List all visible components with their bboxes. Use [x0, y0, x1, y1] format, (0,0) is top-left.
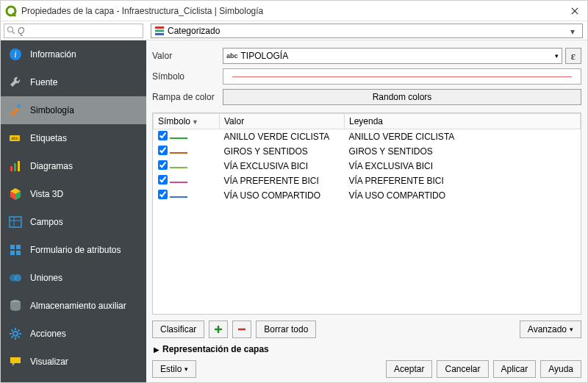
row-visibility-checkbox[interactable]	[158, 190, 168, 199]
sidebar-item-etiquetas[interactable]: abc Etiquetas	[1, 124, 146, 152]
ramp-label: Rampa de color	[152, 92, 223, 102]
sidebar-item-informacion[interactable]: i Información	[1, 40, 146, 68]
sidebar-item-diagramas[interactable]: Diagramas	[1, 152, 146, 180]
table-row[interactable]: GIROS Y SENTIDOSGIROS Y SENTIDOS	[154, 144, 581, 159]
value-label: Valor	[152, 51, 223, 61]
sidebar-item-visualizar[interactable]: Visualizar	[1, 348, 146, 376]
svg-point-21	[14, 274, 21, 282]
sidebar-item-label: Diagramas	[30, 161, 73, 171]
categories-table: Símbolo▼ Valor Leyenda ANILLO VERDE CICL…	[153, 113, 581, 203]
sidebar-item-almacenamiento[interactable]: Almacenamiento auxiliar	[1, 292, 146, 320]
close-button[interactable]	[567, 3, 583, 19]
sidebar-item-label: Fuente	[30, 77, 57, 87]
table-row[interactable]: VÍA EXCLUSIVA BICIVÍA EXCLUSIVA BICI	[154, 159, 581, 173]
svg-rect-13	[10, 217, 21, 227]
col-symbol[interactable]: Símbolo▼	[154, 114, 220, 129]
layer-rendering-label: Representación de capas	[162, 344, 269, 354]
sidebar-item-label: Formulario de atributos	[30, 245, 121, 255]
sidebar-item-uniones[interactable]: Uniones	[1, 264, 146, 292]
form-icon	[8, 243, 23, 257]
sidebar-item-vista3d[interactable]: Vista 3D	[1, 180, 146, 208]
apply-button[interactable]: Aplicar	[493, 360, 537, 378]
sidebar: i Información Fuente Simbología abc Etiq…	[1, 40, 146, 383]
sidebar-item-campos[interactable]: Campos	[1, 208, 146, 236]
row-legend: VÍA EXCLUSIVA BICI	[345, 159, 581, 173]
classify-button[interactable]: Clasificar	[152, 321, 204, 338]
symbol-swatch	[170, 196, 187, 198]
row-value: ANILLO VERDE CICLISTA	[220, 129, 345, 145]
table-row[interactable]: VÍA PREFERENTE BICIVÍA PREFERENTE BICI	[154, 173, 581, 188]
row-visibility-checkbox[interactable]	[158, 175, 168, 185]
diagrams-icon	[8, 159, 23, 173]
row-visibility-checkbox[interactable]	[158, 131, 168, 140]
svg-text:abc: abc	[11, 136, 18, 140]
symbol-label: Símbolo	[152, 71, 223, 82]
chevron-down-icon: ▾	[184, 365, 188, 373]
storage-icon	[8, 298, 23, 313]
cube-icon	[8, 187, 23, 201]
symbol-swatch	[170, 137, 187, 139]
remove-category-button[interactable]	[232, 321, 251, 338]
categorized-icon	[154, 26, 165, 36]
col-value[interactable]: Valor	[220, 114, 345, 129]
layer-rendering-expander[interactable]: ▶ Representación de capas	[146, 341, 587, 356]
wrench-icon	[8, 75, 23, 90]
labels-icon: abc	[8, 131, 23, 146]
chevron-down-icon: ▾	[570, 326, 573, 333]
svg-rect-2	[155, 26, 164, 29]
symbol-button[interactable]	[223, 68, 581, 85]
svg-rect-18	[10, 251, 15, 255]
col-legend[interactable]: Leyenda	[345, 114, 581, 129]
advanced-button[interactable]: Avanzado▾	[520, 321, 581, 338]
joins-icon	[8, 271, 23, 285]
sidebar-item-label: Información	[30, 49, 76, 60]
sidebar-item-formulario[interactable]: Formulario de atributos	[1, 236, 146, 264]
sidebar-item-simbologia[interactable]: Simbología	[1, 96, 146, 124]
svg-rect-19	[16, 251, 21, 255]
svg-rect-17	[16, 245, 21, 249]
symbol-swatch	[170, 167, 187, 168]
svg-point-23	[13, 332, 18, 336]
sidebar-item-label: Uniones	[30, 273, 62, 283]
sidebar-search-input[interactable]	[4, 24, 143, 38]
row-value: VÍA USO COMPARTIDO	[220, 188, 345, 203]
table-row[interactable]: VÍA USO COMPARTIDOVÍA USO COMPARTIDO	[154, 188, 581, 203]
title-bar: Propiedades de la capa - Infraestructura…	[1, 1, 587, 21]
color-ramp-button[interactable]: Random colors	[223, 89, 581, 105]
row-value: VÍA EXCLUSIVA BICI	[220, 159, 345, 173]
dialog-footer: Estilo▾ Aceptar Cancelar Aplicar Ayuda	[146, 356, 587, 383]
sidebar-item-fuente[interactable]: Fuente	[1, 68, 146, 96]
row-value: GIROS Y SENTIDOS	[220, 144, 345, 159]
row-visibility-checkbox[interactable]	[158, 146, 168, 155]
symbol-preview-line	[232, 76, 572, 77]
svg-rect-12	[18, 161, 20, 171]
row-visibility-checkbox[interactable]	[158, 160, 168, 170]
row-value: VÍA PREFERENTE BICI	[220, 173, 345, 188]
svg-rect-16	[10, 245, 15, 249]
sidebar-item-label: Visualizar	[30, 357, 68, 367]
sidebar-item-label: Almacenamiento auxiliar	[30, 301, 126, 311]
sidebar-item-label: Vista 3D	[30, 189, 63, 199]
add-category-button[interactable]	[209, 321, 228, 338]
symbol-swatch	[170, 182, 187, 183]
delete-all-button[interactable]: Borrar todo	[256, 321, 316, 338]
renderer-type-label: Categorizado	[168, 26, 570, 36]
svg-rect-10	[10, 166, 12, 171]
brush-icon	[8, 103, 23, 118]
sidebar-item-representacion[interactable]: Representación	[1, 376, 146, 383]
app-icon	[5, 5, 17, 17]
cancel-button[interactable]: Cancelar	[437, 360, 488, 378]
style-button[interactable]: Estilo▾	[152, 360, 196, 378]
sidebar-item-label: Campos	[30, 217, 63, 227]
ok-button[interactable]: Aceptar	[386, 360, 432, 378]
table-row[interactable]: ANILLO VERDE CICLISTAANILLO VERDE CICLIS…	[154, 129, 581, 145]
value-field-combo[interactable]: abc TIPOLOGÍA ▾	[223, 48, 562, 64]
expression-button[interactable]: ε	[565, 48, 581, 64]
symbol-swatch	[170, 152, 187, 154]
help-button[interactable]: Ayuda	[540, 360, 581, 378]
renderer-type-combo[interactable]: Categorizado ▾	[151, 24, 583, 38]
row-legend: VÍA PREFERENTE BICI	[345, 173, 581, 188]
sidebar-item-acciones[interactable]: Acciones	[1, 320, 146, 348]
sidebar-item-label: Acciones	[30, 329, 66, 339]
fields-icon	[8, 215, 23, 229]
